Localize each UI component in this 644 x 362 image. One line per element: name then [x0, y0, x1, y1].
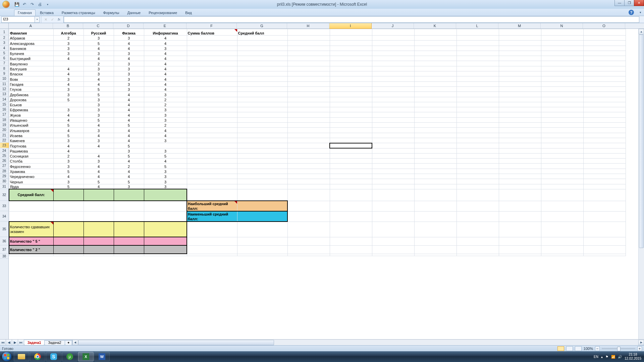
- cell-B35[interactable]: [53, 222, 84, 237]
- row-header-22[interactable]: 22: [0, 138, 8, 143]
- cell-G31[interactable]: [237, 184, 287, 189]
- cell-H32[interactable]: [287, 189, 330, 201]
- cell-C29[interactable]: 4: [84, 174, 114, 179]
- cell-G5[interactable]: [237, 51, 287, 56]
- row-header-37[interactable]: 37: [0, 245, 8, 254]
- row-header-2[interactable]: 2: [0, 35, 8, 40]
- cell-A34[interactable]: [9, 211, 53, 222]
- cell-E8[interactable]: 4: [144, 66, 187, 71]
- cell-K14[interactable]: [414, 97, 457, 102]
- cell-H4[interactable]: [287, 46, 330, 51]
- cell-M10[interactable]: [499, 76, 541, 81]
- cell-C21[interactable]: 4: [84, 133, 114, 138]
- cell-H1[interactable]: [287, 29, 330, 36]
- tab-page-layout[interactable]: Разметка страницы: [58, 9, 99, 16]
- cell-G37[interactable]: [237, 245, 287, 254]
- row-header-33[interactable]: 33: [0, 201, 8, 211]
- cell-E16[interactable]: 3: [144, 107, 187, 112]
- col-header-G[interactable]: G: [237, 23, 287, 28]
- cell-L6[interactable]: [457, 56, 499, 61]
- cell-H2[interactable]: [287, 36, 330, 41]
- cell-C10[interactable]: 4: [84, 76, 114, 81]
- cell-J31[interactable]: [372, 184, 414, 189]
- taskbar-skype[interactable]: S: [46, 352, 61, 361]
- cell-O20[interactable]: [583, 128, 626, 133]
- row-header-12[interactable]: 12: [0, 86, 8, 92]
- cell-F19[interactable]: [187, 123, 237, 128]
- cell-E22[interactable]: 3: [144, 138, 187, 143]
- cell-G20[interactable]: [237, 128, 287, 133]
- col-header-D[interactable]: D: [113, 23, 144, 28]
- cell-J18[interactable]: [372, 117, 414, 122]
- cell-D4[interactable]: 4: [114, 46, 144, 51]
- cell-O7[interactable]: [583, 61, 626, 66]
- cell-M29[interactable]: [499, 174, 541, 179]
- cell-F29[interactable]: [187, 174, 237, 179]
- cell-J5[interactable]: [372, 51, 414, 56]
- view-page-break-icon[interactable]: [575, 346, 582, 351]
- cell-A8[interactable]: Валгушев: [9, 66, 53, 71]
- cell-L12[interactable]: [457, 86, 499, 92]
- row-header-21[interactable]: 21: [0, 133, 8, 138]
- cell-N2[interactable]: [541, 36, 583, 41]
- cell-I18[interactable]: [330, 117, 372, 122]
- cell-H14[interactable]: [287, 97, 330, 102]
- select-all-corner[interactable]: [0, 23, 9, 29]
- cell-E34[interactable]: [144, 211, 187, 222]
- cancel-formula-icon[interactable]: ✕: [43, 17, 49, 22]
- tab-home[interactable]: Главная: [14, 9, 36, 16]
- cell-L26[interactable]: [457, 159, 499, 164]
- row-header-36[interactable]: 36: [0, 237, 8, 245]
- cell-K25[interactable]: [414, 153, 457, 158]
- zoom-out-icon[interactable]: −: [595, 346, 600, 351]
- undo-icon[interactable]: ↶: [21, 1, 28, 8]
- cell-I30[interactable]: [330, 179, 372, 184]
- cell-H7[interactable]: [287, 61, 330, 66]
- cell-C14[interactable]: 3: [84, 97, 114, 102]
- cell-A30[interactable]: Черных: [9, 179, 53, 184]
- cell-C13[interactable]: 5: [84, 92, 114, 97]
- cell-E5[interactable]: 4: [144, 51, 187, 56]
- cell-A28[interactable]: Храмова: [9, 169, 53, 174]
- cell-D5[interactable]: 3: [114, 51, 144, 56]
- cell-L31[interactable]: [457, 184, 499, 189]
- cell-B18[interactable]: 4: [53, 117, 84, 122]
- tray-volume-icon[interactable]: 🔊: [618, 355, 622, 359]
- cell-H33[interactable]: [287, 201, 330, 211]
- cell-F26[interactable]: [187, 159, 237, 164]
- cell-E26[interactable]: 4: [144, 159, 187, 164]
- save-icon[interactable]: 💾: [13, 1, 20, 8]
- cell-H28[interactable]: [287, 169, 330, 174]
- cell-N22[interactable]: [541, 138, 583, 143]
- cell-F34[interactable]: Наименьший средний балл:: [187, 211, 237, 222]
- cell-O13[interactable]: [583, 92, 626, 97]
- cell-D22[interactable]: 4: [114, 138, 144, 143]
- cell-K26[interactable]: [414, 159, 457, 164]
- cell-O25[interactable]: [583, 153, 626, 158]
- cell-K10[interactable]: [414, 76, 457, 81]
- cell-C36[interactable]: [84, 237, 114, 245]
- cell-L20[interactable]: [457, 128, 499, 133]
- cell-K11[interactable]: [414, 81, 457, 86]
- cell-C26[interactable]: 3: [84, 159, 114, 164]
- cell-G23[interactable]: [237, 143, 287, 148]
- cell-F30[interactable]: [187, 179, 237, 184]
- cell-O35[interactable]: [583, 222, 626, 237]
- cell-B3[interactable]: 3: [53, 41, 84, 46]
- cell-H13[interactable]: [287, 92, 330, 97]
- row-header-15[interactable]: 15: [0, 102, 8, 107]
- cell-O16[interactable]: [583, 107, 626, 112]
- close-button[interactable]: ✕: [634, 0, 644, 6]
- cell-E20[interactable]: 4: [144, 128, 187, 133]
- cell-M26[interactable]: [499, 159, 541, 164]
- cell-O22[interactable]: [583, 138, 626, 143]
- cell-O3[interactable]: [583, 41, 626, 46]
- cell-G2[interactable]: [237, 36, 287, 41]
- cell-K30[interactable]: [414, 179, 457, 184]
- cell-K29[interactable]: [414, 174, 457, 179]
- cell-G6[interactable]: [237, 56, 287, 61]
- cell-B36[interactable]: [53, 237, 84, 245]
- cell-A20[interactable]: Ильмаяров: [9, 128, 53, 133]
- cell-L38[interactable]: [457, 254, 499, 256]
- cell-J23[interactable]: [372, 143, 414, 148]
